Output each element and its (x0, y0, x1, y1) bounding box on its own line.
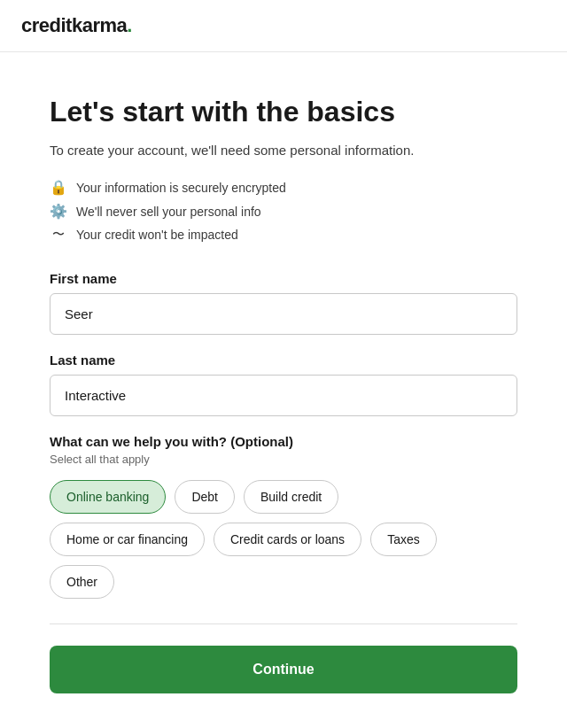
last-name-section: Last name (50, 352, 517, 416)
chips-row-2: Home or car financing Credit cards or lo… (50, 523, 517, 556)
app-header: creditkarma. (0, 0, 567, 52)
logo-text: creditkarma (21, 14, 127, 36)
chip-taxes[interactable]: Taxes (370, 523, 437, 556)
first-name-input[interactable] (50, 293, 517, 335)
divider (50, 623, 517, 624)
help-section: What can we help you with? (Optional) Se… (50, 434, 517, 599)
trust-item-sell: ⚙️ We'll never sell your personal info (50, 203, 517, 220)
chip-other[interactable]: Other (50, 565, 114, 599)
trust-text-credit: Your credit won't be impacted (76, 228, 238, 242)
first-name-label: First name (50, 271, 517, 286)
trust-item-encryption: 🔒 Your information is securely encrypted (50, 179, 517, 196)
creditkarma-logo: creditkarma. (21, 14, 546, 37)
trust-item-credit: 〜 Your credit won't be impacted (50, 227, 517, 243)
trust-list: 🔒 Your information is securely encrypted… (50, 179, 517, 243)
chips-row-1: Online banking Debt Build credit (50, 480, 517, 514)
continue-button[interactable]: Continue (50, 646, 517, 693)
page-title: Let's start with the basics (50, 95, 517, 128)
help-section-subtitle: Select all that apply (50, 453, 517, 466)
lock-icon: 🔒 (50, 179, 67, 196)
chips-row-3: Other (50, 565, 517, 599)
pulse-icon: 〜 (50, 227, 67, 243)
last-name-label: Last name (50, 352, 517, 368)
page-subtitle: To create your account, we'll need some … (50, 143, 517, 158)
logo-dot: . (127, 14, 132, 36)
chip-online-banking[interactable]: Online banking (50, 480, 166, 514)
trust-text-encryption: Your information is securely encrypted (76, 181, 286, 195)
chip-build-credit[interactable]: Build credit (244, 480, 338, 514)
last-name-input[interactable] (50, 375, 517, 416)
main-content: Let's start with the basics To create yo… (0, 52, 567, 722)
chip-debt[interactable]: Debt (175, 480, 235, 514)
help-section-title: What can we help you with? (Optional) (50, 434, 517, 449)
gear-icon: ⚙️ (50, 203, 67, 220)
chip-credit-cards-loans[interactable]: Credit cards or loans (214, 523, 361, 556)
trust-text-sell: We'll never sell your personal info (76, 205, 261, 219)
first-name-section: First name (50, 271, 517, 335)
chip-home-car-financing[interactable]: Home or car financing (50, 523, 205, 556)
chips-container: Online banking Debt Build credit Home or… (50, 480, 517, 599)
